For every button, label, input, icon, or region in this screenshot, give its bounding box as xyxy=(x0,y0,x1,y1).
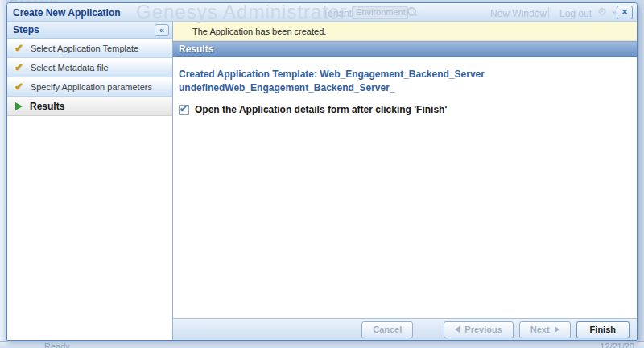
collapse-panel-button[interactable]: « xyxy=(155,24,169,36)
header-divider xyxy=(548,7,549,18)
step-select-application-template: ✔ Select Application Template xyxy=(7,39,172,58)
current-step-arrow-icon xyxy=(15,102,23,110)
notification-message: The Application has been created. xyxy=(192,27,326,36)
created-template-line-1: Created Application Template: Web_Engage… xyxy=(179,68,627,81)
steps-panel-header: Steps « xyxy=(7,22,172,39)
step-specify-application-parameters: ✔ Specify Application parameters xyxy=(7,77,172,97)
cancel-button-label: Cancel xyxy=(373,325,402,334)
dialog-titlebar: Create New Application Genesys Administr… xyxy=(7,3,637,22)
create-new-application-dialog: Create New Application Genesys Administr… xyxy=(6,2,638,341)
tenant-input: Environment xyxy=(352,6,408,19)
results-content: Created Application Template: Web_Engage… xyxy=(173,57,637,318)
open-details-checkbox-label: Open the Application details form after … xyxy=(195,104,447,115)
arrow-right-icon xyxy=(555,326,559,333)
steps-panel: Steps « ✔ Select Application Template ✔ … xyxy=(7,22,173,340)
notification-bar: The Application has been created. xyxy=(173,22,637,41)
finish-button-label: Finish xyxy=(590,325,616,334)
results-header-label: Results xyxy=(179,44,213,55)
check-icon: ✔ xyxy=(14,82,23,92)
screen: Genesys Ready 12/21/20 Create New Applic… xyxy=(0,0,644,348)
finish-button[interactable]: Finish xyxy=(576,321,630,338)
logout-link: Log out xyxy=(559,8,592,19)
created-template-line-2: undefinedWeb_Engagement_Backend_Server_ xyxy=(179,81,627,95)
check-icon: ✔ xyxy=(14,44,23,53)
previous-button[interactable]: Previous xyxy=(444,321,513,338)
step-select-metadata-file: ✔ Select Metadata file xyxy=(7,58,172,77)
step-label: Results xyxy=(30,101,64,112)
dialog-body: Steps « ✔ Select Application Template ✔ … xyxy=(7,22,637,340)
status-ready-text: Ready xyxy=(44,342,70,348)
open-details-checkbox-row[interactable]: ✔ Open the Application details form afte… xyxy=(179,104,627,115)
new-window-link: New Window xyxy=(490,8,547,19)
tenant-label: Tenant: xyxy=(323,8,354,19)
open-details-checkbox[interactable]: ✔ xyxy=(179,105,189,115)
search-icon xyxy=(407,7,417,17)
previous-button-label: Previous xyxy=(464,325,502,334)
steps-title: Steps xyxy=(13,24,155,35)
steps-panel-empty-area xyxy=(7,116,172,340)
status-date-text: 12/21/20 xyxy=(600,342,634,348)
step-label: Select Metadata file xyxy=(31,63,109,72)
step-label: Specify Application parameters xyxy=(31,82,152,92)
gear-icon: ⚙ xyxy=(597,6,607,18)
results-section-header: Results xyxy=(173,41,637,57)
checkbox-check-icon: ✔ xyxy=(180,103,188,114)
step-results: Results xyxy=(7,97,172,116)
background-statusbar: Ready 12/21/20 xyxy=(0,341,644,348)
cancel-button[interactable]: Cancel xyxy=(361,321,413,338)
genesys-administrator-logo: Genesys Administrator xyxy=(136,1,352,23)
arrow-left-icon xyxy=(455,326,460,333)
next-button-label: Next xyxy=(530,325,550,334)
step-label: Select Application Template xyxy=(31,44,138,53)
main-area: The Application has been created. Result… xyxy=(173,22,637,340)
close-button[interactable]: × xyxy=(617,6,633,19)
check-icon: ✔ xyxy=(14,63,23,72)
dialog-title: Create New Application xyxy=(13,7,121,19)
wizard-button-bar: Cancel Previous Next Finish xyxy=(173,318,637,340)
next-button[interactable]: Next xyxy=(519,321,571,338)
